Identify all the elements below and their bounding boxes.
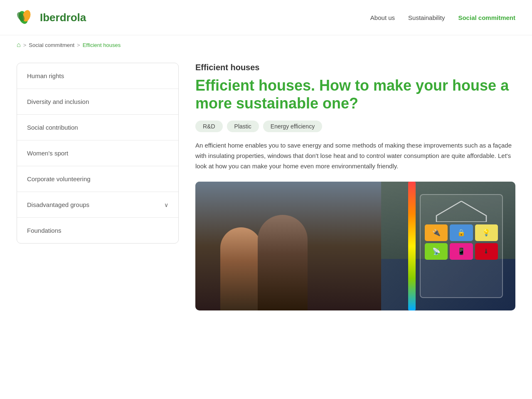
sidebar-label-foundations: Foundations [27, 227, 62, 234]
smart-tile-lock: 🔒 [450, 224, 473, 241]
logo[interactable]: Iberdrola [17, 7, 86, 27]
sidebar-item-womens-sport[interactable]: Women's sport [17, 140, 178, 166]
smart-tile-temp: 🌡 [475, 243, 498, 260]
tag-energy-efficiency[interactable]: Energy efficiency [263, 121, 322, 132]
header: Iberdrola About us Sustainability Social… [0, 0, 532, 35]
nav-about[interactable]: About us [370, 14, 395, 21]
sidebar-label-diversity: Diversity and inclusion [27, 98, 89, 105]
breadcrumb-sep-1: > [23, 42, 27, 48]
tag-list: R&D Plastic Energy efficiency [195, 121, 515, 132]
tag-rd[interactable]: R&D [195, 121, 223, 132]
smart-home-panel: 🔌 🔒 💡 📡 📱 🌡 [420, 194, 503, 298]
sidebar-label-human-rights: Human rights [27, 72, 64, 79]
iberdrola-logo-icon [17, 7, 37, 27]
content-area: Efficient houses Efficient houses. How t… [195, 63, 515, 310]
sidebar-label-womens-sport: Women's sport [27, 150, 68, 157]
smart-tile-wifi: 📡 [425, 243, 448, 260]
smart-tile-light: 💡 [475, 224, 498, 241]
content-category: Efficient houses [195, 63, 515, 72]
sidebar-item-social-contribution[interactable]: Social contribution [17, 115, 178, 140]
couple-scene [195, 182, 381, 310]
logo-text: Iberdrola [40, 11, 86, 24]
nav-social-commitment[interactable]: Social commitment [458, 14, 515, 21]
breadcrumb: ⌂ > Social commitment > Efficient houses [0, 35, 532, 54]
content-description: An efficient home enables you to save en… [195, 140, 515, 171]
tag-plastic[interactable]: Plastic [227, 121, 259, 132]
hero-image: 🔌 🔒 💡 📡 📱 🌡 [195, 182, 515, 310]
main-nav: About us Sustainability Social commitmen… [370, 14, 515, 21]
sidebar: Human rights Diversity and inclusion Soc… [17, 63, 179, 244]
breadcrumb-social-commitment[interactable]: Social commitment [29, 42, 74, 48]
house-outline-icon [434, 199, 488, 222]
sidebar-item-foundations[interactable]: Foundations [17, 218, 178, 243]
person-2-silhouette [258, 215, 308, 310]
smart-tile-phone: 📱 [450, 243, 473, 260]
sidebar-item-human-rights[interactable]: Human rights [17, 63, 178, 89]
sidebar-label-disadvantaged-groups: Disadvantaged groups [27, 201, 89, 208]
smart-tile-power: 🔌 [425, 224, 448, 241]
breadcrumb-home-icon[interactable]: ⌂ [17, 41, 21, 49]
breadcrumb-sep-2: > [77, 42, 80, 48]
energy-color-bar [408, 182, 416, 310]
chevron-down-icon: ∨ [164, 202, 168, 208]
breadcrumb-efficient-houses: Efficient houses [83, 42, 121, 48]
nav-sustainability[interactable]: Sustainability [408, 14, 445, 21]
sidebar-label-social-contribution: Social contribution [27, 124, 78, 131]
content-title: Efficient houses. How to make your house… [195, 76, 515, 112]
sidebar-item-diversity[interactable]: Diversity and inclusion [17, 89, 178, 115]
sidebar-item-disadvantaged-groups[interactable]: Disadvantaged groups ∨ [17, 192, 178, 218]
main-layout: Human rights Diversity and inclusion Soc… [0, 54, 532, 319]
smart-tiles-grid: 🔌 🔒 💡 📡 📱 🌡 [425, 224, 498, 260]
person-1-silhouette [220, 227, 262, 310]
sidebar-label-corporate-volunteering: Corporate volunteering [27, 175, 91, 182]
sidebar-item-corporate-volunteering[interactable]: Corporate volunteering [17, 166, 178, 192]
